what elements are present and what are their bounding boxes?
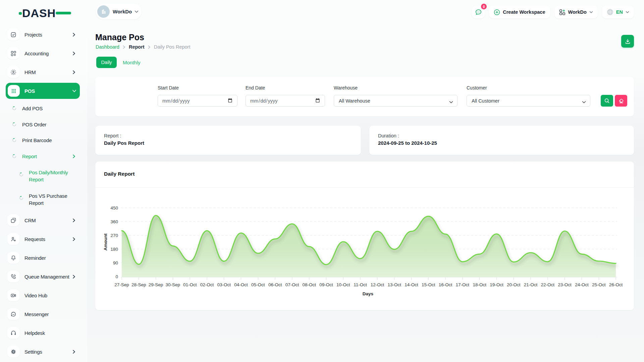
sidebar: DASH ProjectsAccountingHRMPOSAdd POSPOS …: [0, 0, 87, 362]
reset-button[interactable]: [615, 95, 627, 107]
x-tick-label: 21-Oct: [524, 282, 538, 287]
reminder-icon: [7, 252, 19, 264]
x-tick-label: 17-Oct: [456, 282, 470, 287]
x-tick-label: 08-Oct: [302, 282, 316, 287]
bullet-icon: [12, 106, 16, 111]
chevron-down-icon: [626, 11, 629, 13]
messages-button[interactable]: 0: [472, 6, 485, 18]
sidebar-item-requests[interactable]: Requests: [0, 232, 87, 246]
duration-label: Duration :: [378, 133, 399, 138]
tab-monthly[interactable]: Monthly: [123, 60, 141, 65]
sidebar-item-projects[interactable]: Projects: [0, 27, 87, 42]
sidebar-item-add-pos[interactable]: Add POS: [0, 104, 87, 112]
sidebar-item-label: Requests: [24, 236, 45, 242]
sidebar-item-label: POS Order: [22, 122, 46, 127]
chevron-right-icon: [72, 154, 75, 159]
topbar-actions: 0 Create Workspace WorkDo EN: [472, 6, 634, 18]
building-icon: [100, 8, 107, 15]
report-label: Report :: [104, 133, 121, 138]
chevron-right-icon: [72, 70, 75, 74]
sidebar-item-pos-order[interactable]: POS Order: [0, 120, 87, 128]
workdo-menu-button[interactable]: WorkDo: [554, 6, 598, 18]
search-button[interactable]: [601, 95, 613, 107]
x-tick-label: 22-Oct: [541, 282, 555, 287]
sidebar-item-report[interactable]: Report: [0, 152, 87, 160]
sidebar-item-settings[interactable]: Settings: [0, 345, 87, 359]
chevron-down-icon: [589, 11, 593, 13]
sidebar-item-accounting[interactable]: Accounting: [0, 46, 87, 60]
queue-icon: [7, 271, 19, 283]
x-tick-label: 24-Oct: [575, 282, 589, 287]
sidebar-item-pos[interactable]: POS: [6, 83, 80, 99]
language-selector[interactable]: EN: [602, 6, 634, 18]
plus-circle-icon: [494, 9, 500, 15]
duration-value: 2024-09-25 to 2024-10-25: [378, 140, 437, 146]
chevron-right-icon: [148, 45, 151, 49]
x-tick-label: 27-Sep: [114, 282, 129, 287]
x-tick-label: 14-Oct: [405, 282, 418, 287]
chevron-right-icon: [123, 45, 125, 49]
x-tick-label: 30-Sep: [166, 282, 180, 287]
sidebar-item-label: Pos VS Purchase Report: [29, 192, 79, 206]
x-tick-label: 10-Oct: [336, 282, 350, 287]
customer-select[interactable]: All Customer: [467, 95, 590, 107]
search-icon: [604, 98, 610, 104]
x-tick-label: 20-Oct: [507, 282, 521, 287]
requests-icon: [7, 233, 19, 245]
bullet-spinner-icon: [12, 106, 16, 111]
sidebar-item-print-barcode[interactable]: Print Barcode: [0, 136, 87, 144]
x-tick-label: 15-Oct: [422, 282, 435, 287]
x-tick-label: 29-Sep: [149, 282, 163, 287]
warehouse-select-wrap: All Warehouse: [334, 95, 458, 107]
chevron-right-icon: [72, 275, 75, 279]
sidebar-item-video-hub[interactable]: Video Hub: [0, 288, 87, 302]
bullet-icon: [12, 154, 16, 159]
create-workspace-button[interactable]: Create Workspace: [489, 6, 550, 18]
sidebar-item-label: Queue Management: [24, 274, 69, 280]
bullet-spinner-icon: [12, 122, 16, 127]
settings-icon: [7, 346, 19, 358]
sidebar-item-label: Pos Daily/Monthly Report: [29, 169, 79, 183]
warehouse-select[interactable]: All Warehouse: [334, 95, 458, 107]
breadcrumb-dashboard[interactable]: Dashboard: [96, 44, 119, 50]
x-tick-label: 23-Oct: [558, 282, 572, 287]
chevron-right-icon: [72, 51, 75, 56]
x-tick-label: 19-Oct: [490, 282, 503, 287]
sidebar-item-queue-management[interactable]: Queue Management: [0, 269, 87, 284]
workspace-switcher[interactable]: WorkDo: [96, 4, 142, 19]
logo-text: DASH: [22, 7, 56, 19]
report-summary-card: Report : Daily Pos Report: [95, 126, 361, 155]
messenger-icon: [7, 308, 19, 320]
sidebar-item-label: Messenger: [24, 311, 49, 317]
sidebar-item-pos-daily-monthly-report[interactable]: Pos Daily/Monthly Report: [0, 169, 87, 183]
sidebar-item-messenger[interactable]: Messenger: [0, 307, 87, 321]
sidebar-item-crm[interactable]: CRM: [0, 213, 87, 227]
logo-accent-dot: [19, 12, 22, 15]
y-tick-label: 180: [110, 247, 118, 252]
start-date-label: Start Date: [158, 85, 179, 90]
sidebar-item-label: Projects: [24, 32, 42, 38]
sidebar-item-helpdesk[interactable]: Helpdesk: [0, 326, 87, 340]
start-date-input[interactable]: [158, 95, 237, 107]
logo-accent-bar: [56, 12, 71, 14]
breadcrumb-daily-pos-report: Daily Pos Report: [154, 44, 191, 50]
report-period-tabs: Daily Monthly: [96, 57, 141, 68]
sidebar-item-label: Report: [22, 154, 37, 159]
brand-logo[interactable]: DASH: [22, 7, 66, 19]
language-label: EN: [616, 9, 623, 15]
download-report-button[interactable]: [621, 35, 634, 48]
bullet-spinner-icon: [19, 196, 23, 200]
sidebar-item-hrm[interactable]: HRM: [0, 65, 87, 79]
sidebar-item-reminder[interactable]: Reminder: [0, 251, 87, 265]
warehouse-label: Warehouse: [334, 85, 358, 90]
breadcrumb-report[interactable]: Report: [129, 44, 145, 50]
grid-plus-icon: [559, 9, 566, 15]
end-date-input[interactable]: [246, 95, 325, 107]
chevron-right-icon: [72, 33, 75, 37]
x-tick-label: 11-Oct: [354, 282, 367, 287]
sidebar-item-pos-vs-purchase-report[interactable]: Pos VS Purchase Report: [0, 192, 87, 207]
tab-daily[interactable]: Daily: [96, 57, 117, 68]
x-tick-label: 02-Oct: [200, 282, 214, 287]
crm-icon: [7, 215, 19, 226]
x-tick-label: 12-Oct: [371, 282, 384, 287]
